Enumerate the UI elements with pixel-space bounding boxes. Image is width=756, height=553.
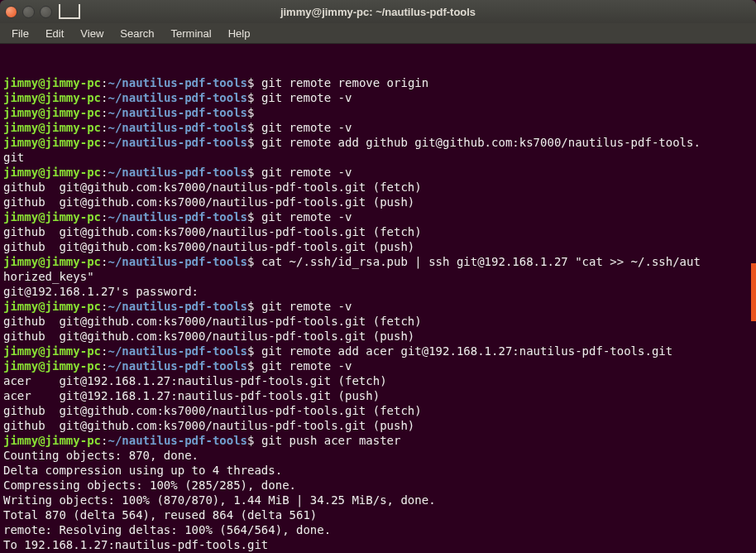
- terminal-line: github git@github.com:ks7000/nautilus-pd…: [3, 329, 753, 344]
- maximize-icon[interactable]: [40, 6, 52, 18]
- menu-edit[interactable]: Edit: [37, 25, 72, 42]
- prompt-user-host: jimmy@jimmy-pc: [3, 210, 101, 224]
- command-text: git remote add acer git@192.168.1.27:nau…: [261, 344, 672, 358]
- output-text: acer git@192.168.1.27:nautilus-pdf-tools…: [3, 389, 380, 402]
- terminal-line: jimmy@jimmy-pc:~/nautilus-pdf-tools$ git…: [3, 344, 753, 358]
- terminal-line: acer git@192.168.1.27:nautilus-pdf-tools…: [3, 388, 753, 403]
- terminal-line: Delta compression using up to 4 threads.: [3, 463, 753, 478]
- prompt-path: ~/nautilus-pdf-tools: [108, 136, 247, 149]
- terminal-line: acer git@192.168.1.27:nautilus-pdf-tools…: [3, 373, 753, 388]
- menu-search[interactable]: Search: [112, 25, 162, 42]
- prompt-path: ~/nautilus-pdf-tools: [108, 166, 247, 179]
- terminal-line: jimmy@jimmy-pc:~/nautilus-pdf-tools$ git…: [3, 90, 753, 105]
- terminal-line: github git@github.com:ks7000/nautilus-pd…: [3, 180, 753, 195]
- prompt-symbol: $: [247, 91, 261, 104]
- command-text: git remote add github git@github.com:ks7…: [261, 136, 701, 149]
- terminal-line: jimmy@jimmy-pc:~/nautilus-pdf-tools$ git…: [3, 209, 753, 224]
- prompt-symbol: $: [247, 255, 261, 268]
- output-text: git: [3, 151, 24, 164]
- command-text: git push acer master: [261, 434, 401, 447]
- prompt-symbol: $: [247, 210, 261, 224]
- output-text: horized_keys": [3, 270, 94, 283]
- prompt-path: ~/nautilus-pdf-tools: [108, 300, 247, 313]
- prompt-path: ~/nautilus-pdf-tools: [108, 121, 247, 134]
- prompt-user-host: jimmy@jimmy-pc: [3, 434, 101, 447]
- command-text: git remote -v: [261, 359, 352, 373]
- prompt-user-host: jimmy@jimmy-pc: [3, 121, 101, 134]
- output-text: Counting objects: 870, done.: [3, 449, 199, 462]
- terminal-line: Total 870 (delta 564), reused 864 (delta…: [3, 507, 753, 522]
- prompt-path: ~/nautilus-pdf-tools: [108, 344, 247, 358]
- output-text: acer git@192.168.1.27:nautilus-pdf-tools…: [3, 374, 387, 387]
- output-text: Writing objects: 100% (870/870), 1.44 Mi…: [3, 493, 436, 507]
- prompt-symbol: $: [247, 166, 261, 179]
- terminal-line: jimmy@jimmy-pc:~/nautilus-pdf-tools$ git…: [3, 75, 753, 90]
- terminal-line: Writing objects: 100% (870/870), 1.44 Mi…: [3, 493, 753, 507]
- prompt-path: ~/nautilus-pdf-tools: [108, 106, 247, 119]
- output-text: github git@github.com:ks7000/nautilus-pd…: [3, 329, 414, 343]
- terminal-line: jimmy@jimmy-pc:~/nautilus-pdf-tools$: [3, 105, 753, 120]
- prompt-user-host: jimmy@jimmy-pc: [3, 106, 101, 119]
- output-text: github git@github.com:ks7000/nautilus-pd…: [3, 404, 422, 417]
- prompt-user-host: jimmy@jimmy-pc: [3, 255, 101, 268]
- prompt-symbol: $: [247, 344, 261, 358]
- command-text: git remote -v: [261, 166, 352, 179]
- output-text: git@192.168.1.27's password:: [3, 285, 199, 298]
- minimize-icon[interactable]: [22, 6, 35, 18]
- output-text: github git@github.com:ks7000/nautilus-pd…: [3, 240, 414, 253]
- output-text: Delta compression using up to 4 threads.: [3, 464, 282, 477]
- prompt-symbol: $: [247, 106, 261, 119]
- prompt-symbol: $: [247, 434, 261, 447]
- prompt-symbol: $: [247, 76, 261, 89]
- output-text: github git@github.com:ks7000/nautilus-pd…: [3, 180, 422, 194]
- prompt-user-host: jimmy@jimmy-pc: [3, 136, 101, 149]
- output-text: github git@github.com:ks7000/nautilus-pd…: [3, 419, 414, 432]
- menu-terminal[interactable]: Terminal: [163, 25, 220, 42]
- output-text: Compressing objects: 100% (285/285), don…: [3, 478, 296, 492]
- prompt-path: ~/nautilus-pdf-tools: [108, 91, 247, 104]
- terminal-line: jimmy@jimmy-pc:~/nautilus-pdf-tools$ git…: [3, 120, 753, 135]
- terminal-line: Compressing objects: 100% (285/285), don…: [3, 478, 753, 493]
- close-icon[interactable]: [5, 6, 17, 18]
- prompt-user-host: jimmy@jimmy-pc: [3, 359, 101, 373]
- window-controls: [5, 6, 52, 18]
- prompt-symbol: $: [247, 300, 261, 313]
- terminal-line: jimmy@jimmy-pc:~/nautilus-pdf-tools$ git…: [3, 165, 753, 180]
- prompt-user-host: jimmy@jimmy-pc: [3, 344, 101, 358]
- terminal-line: github git@github.com:ks7000/nautilus-pd…: [3, 403, 753, 418]
- output-text: github git@github.com:ks7000/nautilus-pd…: [3, 225, 422, 238]
- prompt-path: ~/nautilus-pdf-tools: [108, 359, 247, 373]
- terminal-line: jimmy@jimmy-pc:~/nautilus-pdf-tools$ git…: [3, 135, 753, 150]
- terminal-output[interactable]: jimmy@jimmy-pc:~/nautilus-pdf-tools$ git…: [0, 44, 756, 553]
- prompt-path: ~/nautilus-pdf-tools: [108, 255, 247, 268]
- prompt-path: ~/nautilus-pdf-tools: [108, 434, 247, 447]
- window-titlebar: jimmy@jimmy-pc: ~/nautilus-pdf-tools: [0, 0, 756, 23]
- terminal-line: git: [3, 150, 753, 165]
- output-text: github git@github.com:ks7000/nautilus-pd…: [3, 195, 414, 209]
- terminal-line: github git@github.com:ks7000/nautilus-pd…: [3, 418, 753, 433]
- command-text: git remote -v: [261, 121, 352, 134]
- terminal-line: github git@github.com:ks7000/nautilus-pd…: [3, 224, 753, 239]
- menu-file[interactable]: File: [3, 25, 37, 42]
- menu-help[interactable]: Help: [220, 25, 259, 42]
- terminal-line: horized_keys": [3, 269, 753, 284]
- output-text: To 192.168.1.27:nautilus-pdf-tools.git: [3, 538, 268, 551]
- output-text: Total 870 (delta 564), reused 864 (delta…: [3, 508, 317, 522]
- prompt-user-host: jimmy@jimmy-pc: [3, 300, 101, 313]
- terminal-line: jimmy@jimmy-pc:~/nautilus-pdf-tools$ git…: [3, 433, 753, 448]
- command-text: git remote -v: [261, 91, 352, 104]
- terminal-app-icon: [59, 4, 80, 19]
- prompt-symbol: $: [247, 121, 261, 134]
- prompt-symbol: $: [247, 359, 261, 373]
- terminal-line: jimmy@jimmy-pc:~/nautilus-pdf-tools$ git…: [3, 299, 753, 314]
- terminal-line: git@192.168.1.27's password:: [3, 284, 753, 299]
- output-text: remote: Resolving deltas: 100% (564/564)…: [3, 523, 331, 536]
- prompt-path: ~/nautilus-pdf-tools: [108, 210, 247, 224]
- command-text: git remote -v: [261, 300, 352, 313]
- menu-view[interactable]: View: [72, 25, 112, 42]
- terminal-line: github git@github.com:ks7000/nautilus-pd…: [3, 239, 753, 254]
- terminal-line: Counting objects: 870, done.: [3, 448, 753, 463]
- output-text: github git@github.com:ks7000/nautilus-pd…: [3, 315, 422, 328]
- scrollbar-thumb[interactable]: [751, 263, 756, 321]
- window-title: jimmy@jimmy-pc: ~/nautilus-pdf-tools: [280, 6, 476, 18]
